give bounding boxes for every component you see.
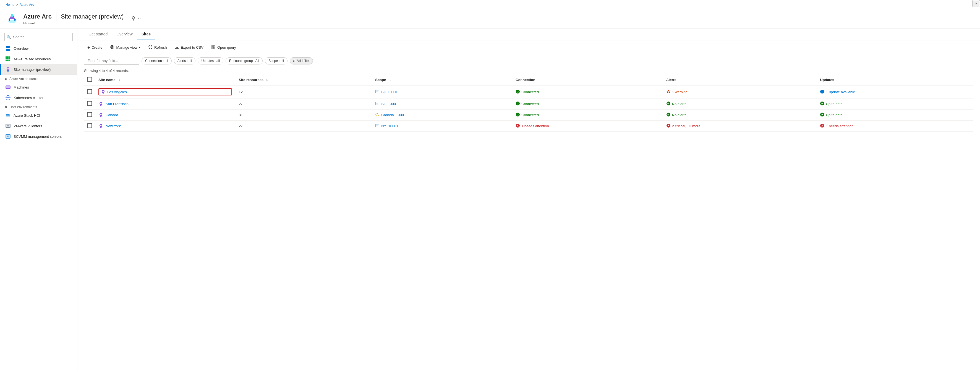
site-name-link[interactable]: San Fransisco [106,102,129,106]
row-checkbox[interactable] [88,123,92,128]
svg-line-42 [212,46,214,48]
svg-rect-8 [6,56,7,58]
svg-point-17 [8,68,9,70]
manage-view-button[interactable]: Manage view ▾ [107,43,144,52]
svg-rect-9 [7,56,9,58]
filter-scope[interactable]: Scope : all [265,57,288,64]
sidebar-item-all-resources-label: All Azure Arc resources [14,57,51,61]
sort-site-name-icon[interactable]: ↑↓ [118,78,120,82]
col-alerts: Alerts [663,74,817,85]
create-label: Create [92,45,102,50]
scope-link[interactable]: NY_10001 [381,124,398,128]
filter-resource-group[interactable]: Resource group : All [226,57,262,64]
filter-alerts[interactable]: Alerts : all [174,57,196,64]
filter-input[interactable] [84,57,139,65]
sidebar-item-scvmm[interactable]: SCVMM management servers [0,131,77,142]
sidebar-item-azure-stack-hci[interactable]: Azure Stack HCI [0,110,77,121]
breadcrumb-home[interactable]: Home [6,3,14,6]
alerts-link[interactable]: No alerts [672,102,686,106]
svg-rect-6 [6,49,8,51]
tab-overview[interactable]: Overview [112,29,137,40]
export-csv-icon [175,45,179,50]
site-name-link[interactable]: New York [106,124,121,128]
site-name-link[interactable]: Los Angeles [107,90,127,94]
connection-status-text: Connected [521,102,539,106]
site-resources-cell: 81 [235,110,372,121]
connection-status-text: 1 needs attention [521,124,549,128]
scope-link[interactable]: LA_10001 [381,90,398,94]
row-checkbox[interactable] [88,101,92,106]
breadcrumb-current[interactable]: Azure Arc [20,3,34,6]
filter-connection[interactable]: Connection : all [142,57,172,64]
site-name-link[interactable]: Canada [106,113,118,117]
sidebar-item-all-resources[interactable]: All Azure Arc resources [0,54,77,64]
page-title: Site manager (preview) [61,13,124,20]
sidebar-item-site-manager[interactable]: Site manager (preview) [0,64,77,75]
site-name-cell: New York [99,124,232,129]
record-count: Showing 4 to 4 of 4 records. [77,67,980,74]
select-all-checkbox[interactable] [88,77,92,82]
alerts-link[interactable]: 1 warning [672,90,687,94]
svg-point-41 [112,46,113,48]
connection-status-icon [515,112,520,118]
sidebar-item-vmware[interactable]: VMware vCenters [0,121,77,131]
sort-site-resources-icon[interactable]: ↑↓ [266,78,269,82]
row-checkbox[interactable] [88,90,92,94]
scope-link[interactable]: SF_10001 [381,102,398,106]
refresh-label: Refresh [154,45,167,50]
tab-get-started[interactable]: Get started [84,29,112,40]
site-name-cell: San Fransisco [99,102,232,107]
updates-link[interactable]: 1 update available [826,90,855,94]
scope-cell: SF_10001 [372,99,512,110]
create-button[interactable]: + Create [84,43,106,52]
table-row: New York 27 NY_10001 1 needs attention 2… [84,121,974,132]
sidebar-section-host-environments[interactable]: Host environments [0,103,77,110]
more-options-icon[interactable]: ··· [138,16,143,21]
add-filter-button[interactable]: ⊕ Add filter [290,57,313,64]
updates-cell: i 1 update available [817,85,974,99]
updates-link[interactable]: Up to date [826,102,842,106]
sidebar-search-wrap: 🔍 « [0,31,77,43]
sidebar-item-kubernetes[interactable]: Kubernetes clusters [0,93,77,103]
connection-cell: 1 needs attention [512,121,663,132]
scope-link[interactable]: Canada_10001 [381,113,406,117]
pin-icon[interactable]: ⚲ [132,15,135,21]
filter-bar: Connection : all Alerts : all Updates : … [77,54,980,67]
site-name-cell: Canada [99,113,232,118]
search-wrap: 🔍 [5,33,73,41]
scope-box-icon [375,90,380,94]
svg-rect-4 [6,46,8,48]
alerts-icon [666,101,671,107]
svg-point-55 [820,102,824,106]
refresh-icon [148,45,153,50]
updates-icon: i [820,90,824,94]
sidebar-item-vmware-label: VMware vCenters [14,124,42,128]
manage-view-icon [110,45,115,50]
tab-sites[interactable]: Sites [137,29,155,40]
sidebar-item-overview[interactable]: Overview [0,43,77,54]
row-checkbox[interactable] [88,112,92,117]
updates-link[interactable]: Up to date [826,113,842,117]
sidebar-section-azure-arc-resources[interactable]: Azure Arc resources [0,75,77,82]
sort-scope-icon[interactable]: ↑↓ [388,78,391,82]
svg-point-58 [516,113,520,117]
refresh-button[interactable]: Refresh [145,43,170,52]
svg-rect-11 [6,58,7,59]
site-name-highlight: Los Angeles [99,88,232,96]
svg-rect-12 [7,58,9,59]
filter-updates[interactable]: Updates : all [198,57,223,64]
alerts-link[interactable]: No alerts [672,113,686,117]
updates-link[interactable]: 1 needs attention [826,124,853,128]
open-query-button[interactable]: Open query [208,43,239,52]
svg-rect-13 [9,58,10,59]
alerts-link[interactable]: 2 critical, +3 more [672,124,700,128]
export-csv-button[interactable]: Export to CSV [172,43,207,52]
col-site-resources: Site resources ↑↓ [235,74,372,85]
search-input[interactable] [5,33,73,41]
svg-point-50 [100,102,102,104]
svg-rect-7 [8,49,10,51]
sidebar-item-machines[interactable]: Machines [0,82,77,93]
svg-rect-10 [9,56,10,58]
svg-point-32 [10,116,10,116]
svg-point-3 [14,19,16,21]
